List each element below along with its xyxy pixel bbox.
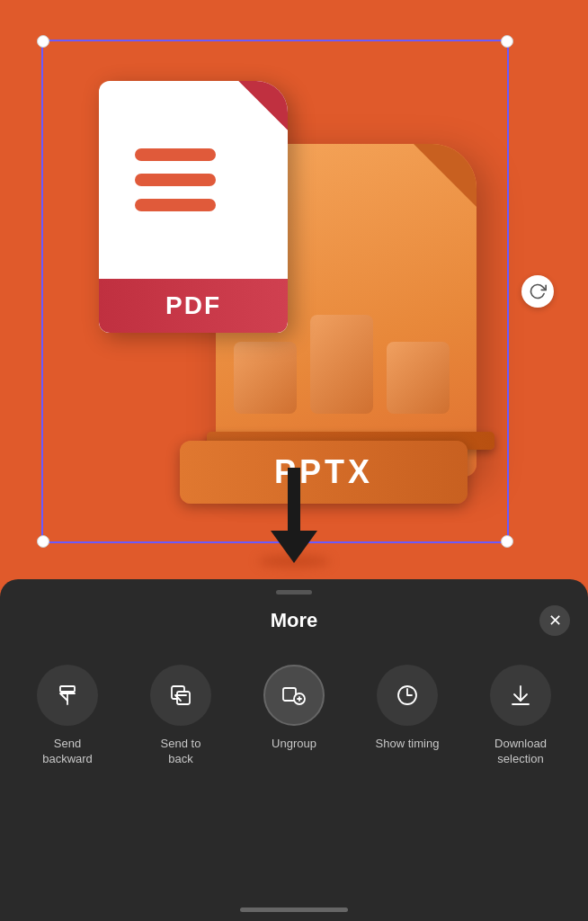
svg-rect-0: [60, 686, 75, 692]
corner-handle-tr[interactable]: [501, 35, 513, 48]
bottom-sheet: More ✕ Sendbackward: [0, 579, 588, 921]
close-icon: ✕: [548, 611, 562, 630]
send-to-back-icon-circle: [150, 665, 211, 726]
clock-icon: [393, 681, 422, 710]
sheet-header: More ✕: [0, 595, 588, 647]
sheet-actions: Sendbackward Send toback: [0, 647, 588, 776]
ungroup-icon-circle: [263, 665, 325, 726]
action-send-backward[interactable]: Sendbackward: [14, 665, 120, 767]
canvas-area: PPTX PDF: [0, 0, 588, 594]
sheet-title: More: [271, 609, 318, 632]
close-button[interactable]: ✕: [539, 605, 570, 636]
corner-handle-br[interactable]: [501, 535, 513, 548]
download-icon-circle: [490, 665, 551, 726]
ungroup-label: Ungroup: [272, 737, 316, 752]
send-backward-icon: [53, 681, 82, 710]
corner-handle-tl[interactable]: [37, 35, 49, 48]
action-download-selection[interactable]: Downloadselection: [468, 665, 574, 767]
send-backward-label: Sendbackward: [42, 737, 93, 767]
send-to-back-label: Send toback: [161, 737, 201, 767]
home-indicator: [240, 908, 348, 912]
send-backward-icon-circle: [37, 665, 98, 726]
show-timing-icon-circle: [377, 665, 438, 726]
show-timing-label: Show timing: [376, 737, 440, 752]
send-to-back-icon: [166, 681, 195, 710]
arrow: [271, 468, 317, 563]
download-selection-label: Downloadselection: [494, 737, 547, 767]
action-send-to-back[interactable]: Send toback: [128, 665, 234, 767]
ungroup-icon: [280, 681, 308, 710]
download-icon: [506, 681, 535, 710]
action-show-timing[interactable]: Show timing: [354, 665, 460, 767]
rotate-handle[interactable]: [521, 275, 554, 308]
action-ungroup[interactable]: Ungroup: [241, 665, 347, 767]
corner-handle-bl[interactable]: [37, 535, 49, 548]
